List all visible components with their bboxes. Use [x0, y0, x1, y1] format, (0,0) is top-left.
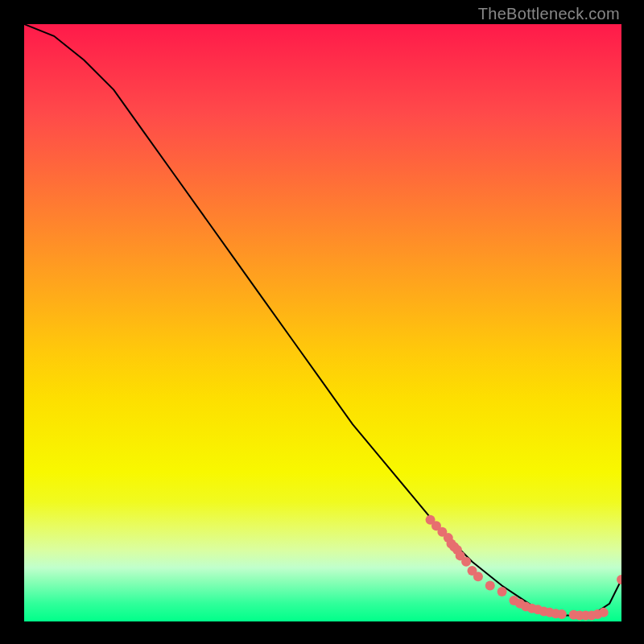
chart-container: TheBottleneck.com	[0, 0, 644, 644]
chart-svg	[24, 24, 621, 621]
data-marker	[497, 587, 507, 597]
bottleneck-curve	[24, 24, 621, 616]
data-marker	[557, 609, 567, 619]
data-marker	[461, 557, 471, 567]
data-marker	[473, 572, 483, 581]
data-marker	[485, 580, 495, 590]
data-marker	[617, 575, 621, 584]
watermark-text: TheBottleneck.com	[478, 5, 620, 23]
data-marker	[599, 608, 609, 617]
data-markers	[426, 515, 621, 621]
curve-line	[24, 24, 621, 616]
